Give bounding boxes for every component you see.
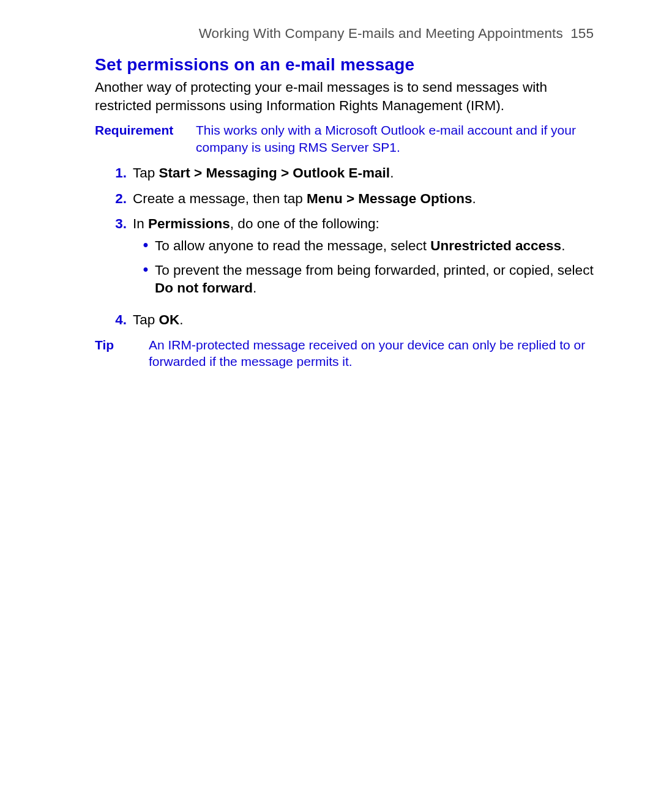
document-page: Working With Company E-mails and Meeting…	[0, 0, 661, 394]
bullet-icon: •	[136, 237, 155, 253]
steps-list: 1. Tap Start > Messaging > Outlook E-mai…	[95, 164, 594, 329]
section-title: Set permissions on an e-mail message	[95, 55, 594, 75]
step-item: 4. Tap OK.	[95, 311, 594, 329]
sub-item: • To prevent the message from being forw…	[133, 261, 594, 297]
step-number: 3.	[106, 215, 127, 233]
page-number: 155	[570, 26, 594, 41]
requirement-note: Requirement This works only with a Micro…	[95, 122, 594, 155]
bullet-icon: •	[136, 261, 155, 277]
requirement-label: Requirement	[95, 122, 196, 138]
tip-text: An IRM-protected message received on you…	[149, 337, 594, 370]
sub-item: • To allow anyone to read the message, s…	[133, 237, 594, 255]
step-text: Tap Start > Messaging > Outlook E-mail.	[133, 164, 594, 182]
sub-list: • To allow anyone to read the message, s…	[133, 237, 594, 297]
chapter-title: Working With Company E-mails and Meeting…	[199, 26, 563, 41]
step-number: 4.	[106, 311, 127, 329]
sub-text: To allow anyone to read the message, sel…	[155, 237, 594, 255]
requirement-text: This works only with a Microsoft Outlook…	[196, 122, 594, 155]
tip-label: Tip	[95, 337, 149, 353]
step-item: 3. In Permissions, do one of the followi…	[95, 215, 594, 304]
tip-note: Tip An IRM-protected message received on…	[95, 337, 594, 370]
step-number: 2.	[106, 190, 127, 208]
running-header: Working With Company E-mails and Meeting…	[95, 26, 594, 42]
step-text: In Permissions, do one of the following:…	[133, 215, 594, 304]
step-text: Create a message, then tap Menu > Messag…	[133, 190, 594, 208]
step-item: 1. Tap Start > Messaging > Outlook E-mai…	[95, 164, 594, 182]
sub-text: To prevent the message from being forwar…	[155, 261, 594, 297]
step-item: 2. Create a message, then tap Menu > Mes…	[95, 190, 594, 208]
step-number: 1.	[106, 164, 127, 182]
intro-paragraph: Another way of protecting your e-mail me…	[95, 78, 594, 114]
step-text: Tap OK.	[133, 311, 594, 329]
